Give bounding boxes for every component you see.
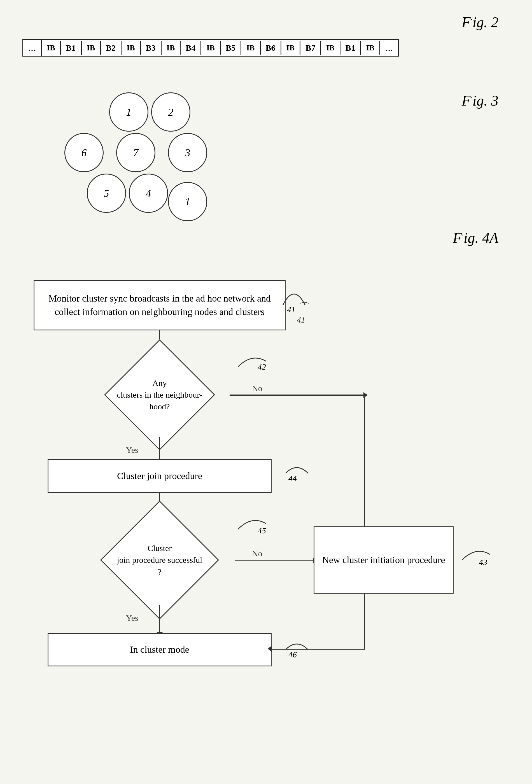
- svg-text:46: 46: [288, 650, 297, 658]
- arrow-42-yes: [159, 437, 160, 459]
- box41-text: Monitor cluster sync broadcasts in the a…: [43, 292, 276, 318]
- label-no-42: No: [252, 384, 262, 393]
- frame-cell-ib3: IB: [121, 41, 141, 55]
- frame-cell-b2: B2: [101, 41, 121, 55]
- diamond-45-text: Clusterjoin procedure successful?: [117, 542, 202, 578]
- label-yes-45: Yes: [126, 613, 138, 623]
- frame-cell-b3: B3: [141, 41, 162, 55]
- frame-cell-b1b: B1: [340, 41, 361, 55]
- node-4: 4: [129, 174, 168, 213]
- frame-cell-ib5: IB: [201, 41, 221, 55]
- frame-cell-b7: B7: [301, 41, 321, 55]
- node-5: 5: [87, 174, 126, 213]
- ref41-line: 41: [280, 280, 308, 314]
- arrow-43-up-line: [364, 395, 365, 526]
- page: F·ig. 2 ... IB B1 IB B2 IB B3 IB B4 IB B…: [0, 0, 532, 784]
- fig4a-number: 4A: [482, 230, 498, 246]
- frame-cell-b6: B6: [261, 41, 281, 55]
- svg-text:44: 44: [288, 474, 297, 482]
- box-46: In cluster mode: [48, 633, 272, 666]
- svg-text:43: 43: [479, 558, 487, 566]
- frame-cell-dots-right: ...: [380, 40, 398, 56]
- svg-text:41: 41: [287, 305, 296, 314]
- frame-cell-ib8: IB: [321, 41, 340, 55]
- fig2-label: F·ig. 2: [462, 14, 498, 30]
- box-43: New cluster initiation procedure: [314, 526, 454, 594]
- ref42-line: 42: [235, 350, 269, 372]
- node-7: 7: [116, 133, 156, 172]
- fig3-diagram: 1 2 3 7 6 5 4 1: [56, 87, 202, 216]
- arrow-43-h-line: [230, 395, 364, 396]
- frame-cell-ib6: IB: [241, 41, 261, 55]
- box-41: Monitor cluster sync broadcasts in the a…: [34, 280, 286, 330]
- frame-cell-ib2: IB: [82, 41, 101, 55]
- ref45-line: 45: [235, 512, 269, 535]
- box46-text: In cluster mode: [130, 643, 189, 656]
- frame-cell-b5: B5: [221, 41, 241, 55]
- fig3-number: 3: [491, 93, 498, 109]
- arrow-43-down: [364, 594, 365, 650]
- frame-cell-ib4: IB: [162, 41, 181, 55]
- arrow-43-to-46: [272, 649, 364, 650]
- svg-text:45: 45: [258, 526, 266, 535]
- fig2-frame-strip: ... IB B1 IB B2 IB B3 IB B4 IB B5 IB B6 …: [22, 39, 399, 57]
- ref44-line: 44: [283, 459, 311, 482]
- ref43-line: 43: [459, 543, 493, 566]
- fig3-label: F·ig. 3: [462, 92, 498, 109]
- fig2-fig-text: F·ig.: [462, 14, 491, 30]
- box44-text: Cluster join procedure: [117, 469, 202, 483]
- arrow-45-yes: [159, 605, 160, 633]
- frame-cell-b1a: B1: [61, 41, 82, 55]
- frame-cell-ib7: IB: [281, 41, 301, 55]
- diamond-42-text: Anyclusters in the neighbour-hood?: [117, 377, 202, 413]
- frame-cell-b4: B4: [180, 41, 201, 55]
- svg-text:42: 42: [258, 362, 266, 371]
- arrowhead-to-46: [268, 645, 272, 652]
- fig4a-label: F·ig. 4A: [453, 230, 498, 246]
- node-3: 3: [168, 133, 207, 172]
- box-44: Cluster join procedure: [48, 459, 272, 493]
- diamond-45: Clusterjoin procedure successful?: [81, 515, 238, 605]
- fig2-number: 2: [491, 14, 498, 30]
- node-1a: 1: [109, 92, 148, 132]
- node-6: 6: [64, 133, 104, 172]
- node-1b: 1: [168, 182, 207, 221]
- frame-cell-ib9: IB: [361, 41, 381, 55]
- node-2: 2: [151, 92, 190, 132]
- frame-cell-ib1: IB: [42, 41, 61, 55]
- label-no-45: No: [252, 549, 262, 558]
- diamond-42: Anyclusters in the neighbour-hood?: [90, 353, 230, 437]
- label-yes-42: Yes: [126, 445, 138, 455]
- ref46-line: 46: [283, 636, 311, 658]
- box43-text: New cluster initiation procedure: [322, 553, 445, 567]
- frame-cell-dots-left: ...: [23, 40, 42, 56]
- arrow-45-no: [235, 560, 314, 561]
